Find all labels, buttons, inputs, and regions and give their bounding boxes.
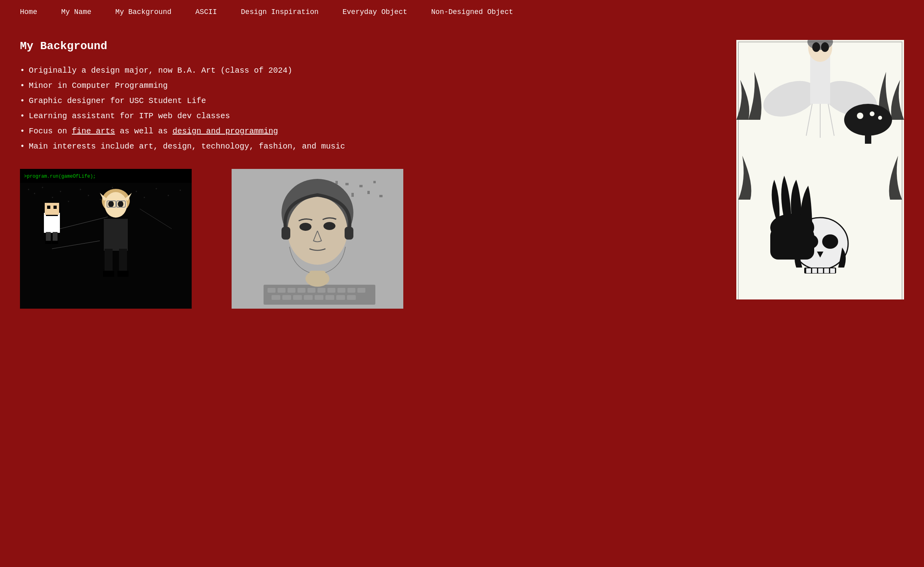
svg-rect-61 [345,227,353,240]
svg-rect-102 [806,268,811,273]
svg-rect-78 [325,295,334,300]
svg-rect-38 [105,249,113,273]
svg-rect-104 [818,268,823,273]
svg-rect-5 [42,187,43,188]
svg-rect-52 [367,191,370,194]
svg-rect-67 [307,288,315,293]
list-item: Main interests include art, design, tech… [20,140,439,153]
right-illustration-image [736,40,904,299]
nav-non-designed-object[interactable]: Non-Designed Object [431,8,513,16]
svg-rect-24 [46,232,51,242]
svg-rect-47 [335,181,338,184]
svg-point-95 [857,113,863,119]
svg-rect-80 [347,295,356,300]
svg-rect-72 [357,288,365,293]
svg-rect-3 [28,189,29,190]
nav-design-inspiration[interactable]: Design Inspiration [241,8,318,16]
svg-rect-94 [865,120,871,144]
svg-rect-50 [351,193,354,197]
svg-rect-77 [315,295,323,300]
svg-rect-79 [336,295,345,300]
right-illustration-container [736,40,904,309]
svg-rect-73 [272,295,280,300]
svg-rect-51 [359,185,363,187]
svg-rect-14 [136,191,137,192]
svg-rect-54 [379,195,383,197]
svg-rect-26 [45,241,52,244]
svg-point-32 [108,201,114,207]
svg-rect-18 [180,190,181,191]
svg-rect-11 [100,199,101,200]
svg-rect-8 [68,201,69,202]
svg-rect-15 [144,197,145,198]
svg-rect-105 [824,268,829,273]
svg-rect-60 [282,227,290,240]
page-title: My Background [20,40,720,52]
list-item: Minor in Computer Programming [20,79,439,92]
svg-rect-76 [304,295,313,300]
svg-rect-20 [45,203,59,215]
nav-ascii[interactable]: ASCII [195,8,217,16]
svg-rect-40 [103,271,114,277]
list-item: Originally a design major, now B.A. Art … [20,64,439,77]
nav-everyday-object[interactable]: Everyday Object [343,8,407,16]
svg-rect-17 [168,195,169,196]
svg-rect-106 [830,268,835,273]
svg-rect-7 [60,191,61,192]
svg-rect-12 [112,187,113,188]
svg-rect-39 [119,249,127,273]
svg-rect-16 [156,188,157,189]
svg-rect-9 [80,189,81,190]
svg-rect-49 [345,183,349,185]
main-nav: Home My Name My Background ASCII Design … [0,0,924,24]
svg-point-58 [323,222,335,230]
svg-rect-117 [770,228,814,260]
svg-point-57 [299,223,311,231]
svg-rect-75 [293,295,302,300]
svg-point-33 [118,201,123,207]
svg-rect-63 [268,288,276,293]
svg-rect-62 [264,285,375,305]
portrait-sketch-image [232,169,403,309]
svg-rect-69 [327,288,335,293]
svg-rect-25 [53,232,58,242]
svg-rect-21 [47,206,50,209]
list-item: Learning assistant for ITP web dev class… [20,110,439,123]
svg-rect-103 [812,268,817,273]
svg-text:>program.run(gameOfLife);: >program.run(gameOfLife); [24,174,96,179]
svg-rect-4 [34,193,35,194]
list-item: Graphic designer for USC Student Life [20,95,439,107]
svg-rect-10 [88,195,89,196]
nav-my-background[interactable]: My Background [115,8,171,16]
svg-point-96 [870,111,874,116]
svg-rect-74 [282,295,291,300]
svg-rect-53 [373,181,376,183]
svg-rect-23 [46,215,58,216]
svg-point-89 [821,42,829,52]
svg-rect-71 [347,288,355,293]
background-list: Originally a design major, now B.A. Art … [20,64,439,153]
svg-rect-65 [288,288,295,293]
svg-rect-64 [278,288,286,293]
list-item-fine-arts: Focus on fine arts as well as design and… [20,125,439,138]
svg-rect-66 [297,288,305,293]
svg-rect-41 [117,271,129,277]
design-programming-link[interactable]: design and programming [173,127,278,136]
pixel-art-image: >program.run(gameOfLife); [20,169,192,309]
svg-rect-70 [337,288,345,293]
nav-my-name[interactable]: My Name [61,8,91,16]
svg-point-97 [878,116,882,120]
svg-rect-85 [810,56,830,104]
bottom-images-row: >program.run(gameOfLife); [20,169,720,309]
svg-rect-68 [317,288,325,293]
svg-rect-27 [52,241,58,244]
fine-arts-link[interactable]: fine arts [72,127,115,136]
svg-rect-22 [54,206,57,209]
svg-point-100 [822,234,838,249]
svg-rect-37 [104,219,128,251]
svg-point-81 [305,271,329,287]
svg-rect-6 [52,197,53,198]
nav-home[interactable]: Home [20,8,37,16]
svg-point-88 [812,42,820,52]
